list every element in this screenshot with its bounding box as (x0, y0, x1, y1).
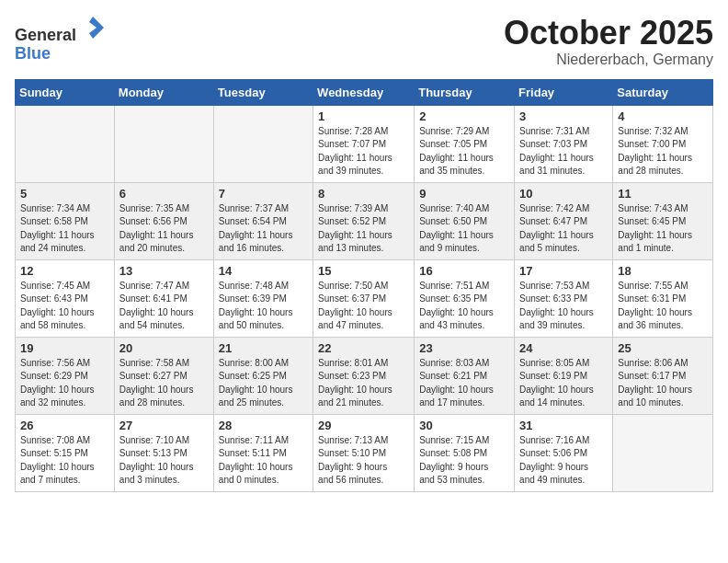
month-title: October 2025 (504, 15, 713, 52)
calendar-week-row: 5Sunrise: 7:34 AM Sunset: 6:58 PM Daylig… (16, 182, 713, 259)
day-info: Sunrise: 7:35 AM Sunset: 6:56 PM Dayligh… (119, 202, 209, 256)
calendar-cell: 2Sunrise: 7:29 AM Sunset: 7:05 PM Daylig… (415, 105, 515, 182)
day-number: 13 (119, 264, 209, 278)
day-number: 17 (519, 264, 608, 278)
day-number: 1 (318, 109, 409, 123)
logo-icon (80, 15, 106, 40)
day-number: 8 (318, 187, 409, 201)
day-info: Sunrise: 7:08 AM Sunset: 5:15 PM Dayligh… (20, 434, 109, 488)
day-info: Sunrise: 7:16 AM Sunset: 5:06 PM Dayligh… (519, 434, 608, 488)
calendar-cell: 23Sunrise: 8:03 AM Sunset: 6:21 PM Dayli… (415, 337, 515, 414)
calendar-cell: 21Sunrise: 8:00 AM Sunset: 6:25 PM Dayli… (213, 337, 313, 414)
logo-blue: Blue (15, 44, 51, 63)
day-number: 29 (318, 419, 409, 432)
weekday-header-thursday: Thursday (415, 79, 515, 105)
weekday-header-tuesday: Tuesday (213, 79, 313, 105)
day-number: 21 (219, 341, 308, 355)
day-number: 3 (519, 109, 608, 123)
day-number: 11 (618, 187, 708, 201)
day-info: Sunrise: 7:15 AM Sunset: 5:08 PM Dayligh… (419, 434, 509, 488)
weekday-header-wednesday: Wednesday (313, 79, 415, 105)
calendar-week-row: 19Sunrise: 7:56 AM Sunset: 6:29 PM Dayli… (16, 337, 713, 414)
day-number: 23 (419, 341, 509, 355)
day-info: Sunrise: 7:31 AM Sunset: 7:03 PM Dayligh… (519, 125, 608, 178)
day-number: 10 (519, 187, 608, 201)
calendar-cell: 11Sunrise: 7:43 AM Sunset: 6:45 PM Dayli… (613, 182, 713, 259)
day-number: 18 (618, 264, 708, 278)
calendar-cell: 15Sunrise: 7:50 AM Sunset: 6:37 PM Dayli… (313, 259, 415, 337)
day-info: Sunrise: 7:50 AM Sunset: 6:37 PM Dayligh… (318, 280, 409, 333)
location-title: Niedererbach, Germany (504, 52, 713, 68)
weekday-header-saturday: Saturday (613, 79, 713, 105)
calendar-week-row: 1Sunrise: 7:28 AM Sunset: 7:07 PM Daylig… (16, 105, 713, 182)
calendar-table: SundayMondayTuesdayWednesdayThursdayFrid… (15, 79, 713, 492)
weekday-header-sunday: Sunday (16, 79, 115, 105)
day-number: 5 (20, 187, 109, 201)
day-info: Sunrise: 7:37 AM Sunset: 6:54 PM Dayligh… (219, 202, 308, 256)
day-number: 27 (119, 419, 209, 432)
day-info: Sunrise: 7:42 AM Sunset: 6:47 PM Dayligh… (519, 202, 608, 256)
day-info: Sunrise: 7:43 AM Sunset: 6:45 PM Dayligh… (618, 202, 708, 256)
weekday-header-monday: Monday (114, 79, 213, 105)
calendar-cell: 19Sunrise: 7:56 AM Sunset: 6:29 PM Dayli… (16, 337, 115, 414)
calendar-cell: 28Sunrise: 7:11 AM Sunset: 5:11 PM Dayli… (213, 414, 313, 491)
weekday-header-friday: Friday (515, 79, 613, 105)
calendar-cell: 27Sunrise: 7:10 AM Sunset: 5:13 PM Dayli… (114, 414, 213, 491)
calendar-cell: 17Sunrise: 7:53 AM Sunset: 6:33 PM Dayli… (515, 259, 613, 337)
calendar-cell: 16Sunrise: 7:51 AM Sunset: 6:35 PM Dayli… (415, 259, 515, 337)
day-number: 9 (419, 187, 509, 201)
title-block: October 2025 Niedererbach, Germany (504, 15, 713, 68)
calendar-cell: 6Sunrise: 7:35 AM Sunset: 6:56 PM Daylig… (114, 182, 213, 259)
calendar-cell: 29Sunrise: 7:13 AM Sunset: 5:10 PM Dayli… (313, 414, 415, 491)
day-info: Sunrise: 7:39 AM Sunset: 6:52 PM Dayligh… (318, 202, 409, 256)
calendar-cell: 7Sunrise: 7:37 AM Sunset: 6:54 PM Daylig… (213, 182, 313, 259)
day-number: 22 (318, 341, 409, 355)
calendar-cell: 22Sunrise: 8:01 AM Sunset: 6:23 PM Dayli… (313, 337, 415, 414)
day-info: Sunrise: 8:06 AM Sunset: 6:17 PM Dayligh… (618, 357, 708, 410)
calendar-week-row: 12Sunrise: 7:45 AM Sunset: 6:43 PM Dayli… (16, 259, 713, 337)
day-info: Sunrise: 8:00 AM Sunset: 6:25 PM Dayligh… (219, 357, 308, 410)
calendar-cell: 24Sunrise: 8:05 AM Sunset: 6:19 PM Dayli… (515, 337, 613, 414)
day-info: Sunrise: 8:05 AM Sunset: 6:19 PM Dayligh… (519, 357, 608, 410)
calendar-cell: 10Sunrise: 7:42 AM Sunset: 6:47 PM Dayli… (515, 182, 613, 259)
calendar-cell: 8Sunrise: 7:39 AM Sunset: 6:52 PM Daylig… (313, 182, 415, 259)
calendar-cell: 1Sunrise: 7:28 AM Sunset: 7:07 PM Daylig… (313, 105, 415, 182)
svg-marker-0 (89, 17, 104, 39)
day-info: Sunrise: 7:34 AM Sunset: 6:58 PM Dayligh… (20, 202, 109, 256)
day-info: Sunrise: 7:56 AM Sunset: 6:29 PM Dayligh… (20, 357, 109, 410)
logo-general: General (15, 26, 76, 44)
day-info: Sunrise: 7:58 AM Sunset: 6:27 PM Dayligh… (119, 357, 209, 410)
day-number: 4 (618, 109, 708, 123)
day-number: 15 (318, 264, 409, 278)
day-info: Sunrise: 7:48 AM Sunset: 6:39 PM Dayligh… (219, 280, 308, 333)
day-number: 20 (119, 341, 209, 355)
day-info: Sunrise: 7:53 AM Sunset: 6:33 PM Dayligh… (519, 280, 608, 333)
day-info: Sunrise: 7:29 AM Sunset: 7:05 PM Dayligh… (419, 125, 509, 178)
day-number: 2 (419, 109, 509, 123)
day-number: 14 (219, 264, 308, 278)
day-info: Sunrise: 7:13 AM Sunset: 5:10 PM Dayligh… (318, 434, 409, 488)
calendar-cell: 5Sunrise: 7:34 AM Sunset: 6:58 PM Daylig… (16, 182, 115, 259)
calendar-cell: 26Sunrise: 7:08 AM Sunset: 5:15 PM Dayli… (16, 414, 115, 491)
day-info: Sunrise: 7:32 AM Sunset: 7:00 PM Dayligh… (618, 125, 708, 178)
calendar-cell: 18Sunrise: 7:55 AM Sunset: 6:31 PM Dayli… (613, 259, 713, 337)
calendar-cell (16, 105, 115, 182)
calendar-cell: 9Sunrise: 7:40 AM Sunset: 6:50 PM Daylig… (415, 182, 515, 259)
calendar-cell: 12Sunrise: 7:45 AM Sunset: 6:43 PM Dayli… (16, 259, 115, 337)
day-number: 12 (20, 264, 109, 278)
calendar-cell: 13Sunrise: 7:47 AM Sunset: 6:41 PM Dayli… (114, 259, 213, 337)
calendar-cell: 14Sunrise: 7:48 AM Sunset: 6:39 PM Dayli… (213, 259, 313, 337)
day-number: 31 (519, 419, 608, 432)
calendar-cell (213, 105, 313, 182)
day-number: 25 (618, 341, 708, 355)
day-number: 24 (519, 341, 608, 355)
day-info: Sunrise: 7:10 AM Sunset: 5:13 PM Dayligh… (119, 434, 209, 488)
calendar-cell (613, 414, 713, 491)
calendar-cell: 20Sunrise: 7:58 AM Sunset: 6:27 PM Dayli… (114, 337, 213, 414)
calendar-cell (114, 105, 213, 182)
weekday-header-row: SundayMondayTuesdayWednesdayThursdayFrid… (16, 79, 713, 105)
day-info: Sunrise: 7:55 AM Sunset: 6:31 PM Dayligh… (618, 280, 708, 333)
day-info: Sunrise: 7:40 AM Sunset: 6:50 PM Dayligh… (419, 202, 509, 256)
day-number: 26 (20, 419, 109, 432)
day-number: 6 (119, 187, 209, 201)
